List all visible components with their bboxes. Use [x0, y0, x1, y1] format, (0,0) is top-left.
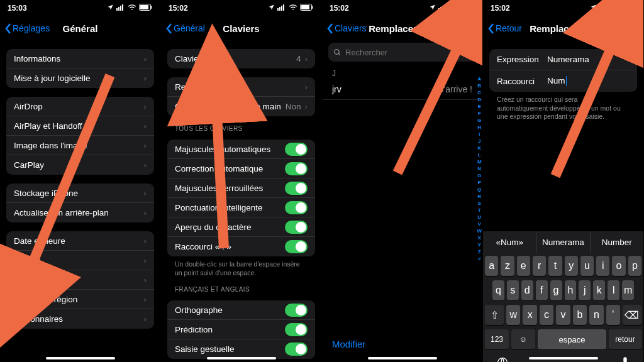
key-i[interactable]: i [596, 256, 609, 276]
suggestion-item[interactable]: Numerama [536, 231, 590, 253]
toggle-caps-lock[interactable]: Majuscules verrouillées [167, 178, 315, 198]
cell-software-update[interactable]: Mise à jour logicielle› [6, 69, 154, 88]
edit-button[interactable]: Modifier [332, 339, 365, 349]
index-letter[interactable]: B [477, 82, 481, 89]
index-letter[interactable]: Z [478, 248, 481, 255]
cell-fonts[interactable]: Polices› [6, 270, 154, 290]
key-j[interactable]: j [579, 280, 591, 300]
cell-storage[interactable]: Stockage iPhone› [6, 184, 154, 203]
key-d[interactable]: d [521, 280, 533, 300]
cell-airdrop[interactable]: AirDrop› [6, 97, 154, 116]
back-button[interactable]: Réglages [5, 23, 50, 34]
cell-background-refresh[interactable]: Actualiser en arrière-plan› [6, 203, 154, 222]
key-v[interactable]: v [556, 305, 570, 325]
key-c[interactable]: c [540, 305, 553, 325]
index-letter[interactable]: N [477, 165, 481, 172]
key-o[interactable]: o [612, 256, 625, 276]
cell-text-replacement[interactable]: Remplacement› [167, 77, 315, 97]
cell-carplay[interactable]: CarPlay› [6, 155, 154, 175]
toggle-spelling[interactable]: Orthographe [167, 300, 315, 320]
key-k[interactable]: k [593, 280, 605, 300]
index-letter[interactable]: M [477, 158, 482, 165]
index-letter[interactable]: W [477, 228, 482, 234]
key-y[interactable]: y [565, 256, 578, 276]
cell-language-region[interactable]: Langue et région› [6, 290, 154, 309]
index-letter[interactable]: J [478, 138, 480, 145]
index-letter[interactable]: X [478, 234, 481, 241]
cell-dictionaries[interactable]: Dictionnaires› [6, 309, 154, 329]
switch-on[interactable] [285, 162, 308, 175]
key-return[interactable]: retour [609, 329, 641, 349]
index-letter[interactable]: T [478, 207, 481, 214]
cell-pip[interactable]: Image dans l'image› [6, 136, 154, 155]
field-shortcut[interactable]: Raccourci Num [489, 70, 637, 92]
home-indicator[interactable] [368, 357, 437, 359]
key-e[interactable]: e [517, 256, 530, 276]
toggle-smart-punct[interactable]: Ponctuation intelligente [167, 198, 315, 217]
index-letter[interactable]: # [478, 255, 480, 262]
index-letter[interactable]: D [477, 96, 481, 103]
index-letter[interactable]: K [477, 145, 481, 151]
key-x[interactable]: x [523, 305, 536, 325]
home-indicator[interactable] [529, 357, 598, 359]
index-letter[interactable]: P [478, 179, 481, 186]
key-l[interactable]: l [608, 280, 619, 300]
index-letter[interactable]: O [477, 172, 481, 179]
key-a[interactable]: a [485, 256, 498, 276]
key-backspace[interactable]: ⌫ [623, 305, 641, 325]
index-letter[interactable]: I [479, 131, 480, 138]
cell-airplay[interactable]: AirPlay et Handoff› [6, 116, 154, 136]
cell-informations[interactable]: Informations› [6, 49, 154, 69]
toggle-autocorrect[interactable]: Correction automatique [167, 159, 315, 178]
index-letter[interactable]: S [478, 200, 481, 207]
back-button[interactable]: Claviers [327, 23, 367, 34]
key-z[interactable]: z [501, 256, 514, 276]
index-letter[interactable]: G [477, 117, 481, 124]
replacement-entry[interactable]: jrv J'arrive ! [322, 79, 482, 100]
mic-icon[interactable] [464, 48, 471, 57]
key-w[interactable]: w [506, 305, 520, 325]
index-letter[interactable]: Q [477, 186, 481, 193]
cell-keyboard[interactable]: Clavier› [6, 251, 154, 270]
key-shift[interactable]: ⇧ [485, 305, 504, 325]
home-indicator[interactable] [46, 357, 115, 359]
mic-icon[interactable] [620, 356, 630, 362]
switch-on[interactable] [285, 304, 308, 317]
switch-on[interactable] [285, 343, 308, 356]
toggle-auto-caps[interactable]: Majuscules automatiques [167, 140, 315, 159]
key-123[interactable]: 123 [485, 329, 509, 349]
switch-on[interactable] [285, 201, 308, 214]
index-letter[interactable]: A [477, 75, 481, 82]
home-indicator[interactable] [207, 357, 276, 359]
key-emoji[interactable]: ☺ [511, 329, 535, 349]
key-'[interactable]: ' [606, 305, 620, 325]
key-g[interactable]: g [550, 280, 562, 300]
switch-on[interactable] [285, 221, 308, 234]
suggestion-item[interactable]: Number [591, 231, 643, 253]
index-letter[interactable]: F [478, 110, 481, 117]
switch-on[interactable] [285, 143, 308, 156]
cell-one-handed[interactable]: Clavier utilisable à une mainNon› [167, 97, 315, 116]
back-button[interactable]: Général [166, 23, 205, 34]
cell-date-time[interactable]: Date et heure› [6, 231, 154, 251]
index-letter[interactable]: V [478, 221, 481, 228]
switch-on[interactable] [285, 323, 308, 336]
search-input[interactable] [345, 48, 460, 57]
index-letter[interactable]: R [477, 193, 481, 200]
save-button[interactable]: Enregistrer [593, 23, 638, 33]
alpha-index[interactable]: ABCDEFGHIJKLMNOPQRSTUVWXYZ# [477, 75, 482, 262]
suggestion-item[interactable]: «Num» [483, 231, 536, 253]
key-q[interactable]: q [492, 280, 504, 300]
key-u[interactable]: u [580, 256, 594, 276]
toggle-gesture[interactable]: Saisie gestuelle [167, 339, 315, 359]
switch-on[interactable] [285, 182, 308, 195]
key-n[interactable]: n [589, 305, 603, 325]
toggle-char-preview[interactable]: Aperçu du caractère [167, 217, 315, 237]
index-letter[interactable]: C [477, 89, 481, 96]
back-button[interactable]: Retour [488, 23, 522, 34]
index-letter[interactable]: E [478, 103, 481, 110]
toggle-period-shortcut[interactable]: Raccourci « . » [167, 237, 315, 256]
field-expression[interactable]: Expression Numerama [489, 49, 637, 70]
cell-keyboards[interactable]: Claviers4› [167, 49, 315, 69]
key-m[interactable]: m [622, 280, 634, 300]
